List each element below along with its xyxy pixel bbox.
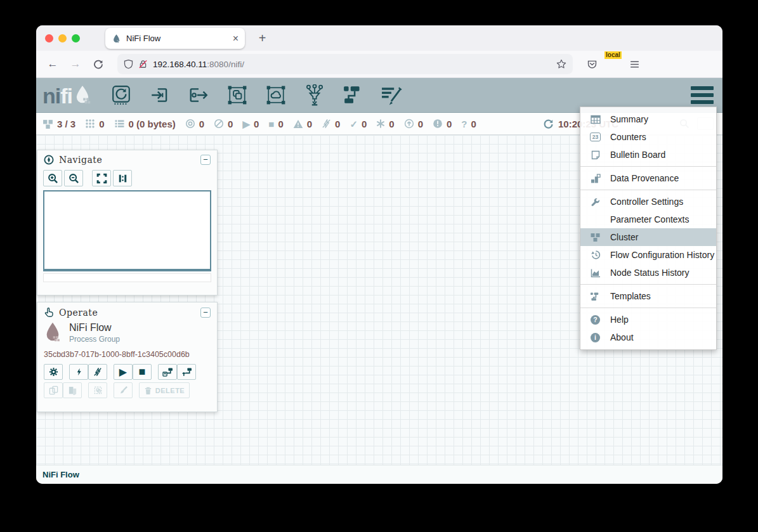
start-button[interactable]: ▶ [114,364,133,380]
breadcrumb-root[interactable]: NiFi Flow [42,470,79,479]
menu-separator [580,308,716,308]
transmitting-icon [185,119,195,129]
url-path: :8080/nifi/ [207,60,244,69]
stale-status: 0 [404,119,423,129]
template-icon[interactable] [343,84,364,106]
menu-item-parameter-contexts[interactable]: Parameter Contexts [580,211,716,228]
menu-item-templates[interactable]: Templates [580,287,716,305]
browser-tab[interactable]: NiFi Flow × [105,28,245,49]
minimize-window-button[interactable] [58,34,67,42]
new-tab-button[interactable]: + [252,28,273,49]
birdseye-minimap[interactable] [43,190,211,271]
label-icon[interactable] [381,84,403,106]
transmitting-status: 0 [185,119,204,129]
not-transmitting-status: 0 [214,119,233,129]
menu-item-about[interactable]: i About [580,328,716,346]
output-port-icon[interactable] [188,84,209,106]
zoom-in-button[interactable] [43,170,62,186]
profile-avatar[interactable]: local [606,57,620,71]
enable-button[interactable] [69,364,88,380]
check-icon: ✓ [350,119,358,129]
close-window-button[interactable] [45,34,53,42]
browser-menu-icon[interactable] [629,59,640,70]
menu-item-node-status-history[interactable]: Node Status History [580,264,716,282]
upload-template-button[interactable] [177,364,196,380]
help-icon: ? [590,315,601,325]
bookmark-star-icon[interactable] [556,59,566,69]
back-button[interactable]: ← [44,55,62,73]
info-icon: i [590,333,601,342]
global-menu-button[interactable] [691,86,714,104]
sync-failure-status: ? 0 [461,119,476,129]
remote-process-group-icon[interactable] [265,84,287,106]
zoom-actual-size-button[interactable] [113,170,132,186]
zoom-window-button[interactable] [72,34,80,42]
stop-button[interactable]: ■ [133,364,152,380]
browser-titlebar: NiFi Flow × + [36,25,722,51]
url-bar[interactable]: 192.168.40.11:8080/nifi/ [117,54,573,74]
component-name: NiFi Flow [69,322,120,334]
delete-button-label: DELETE [155,387,185,394]
funnel-icon[interactable] [304,84,325,106]
question-mark-icon: ? [461,119,467,129]
menu-item-bulletin-board[interactable]: Bulletin Board [580,146,716,164]
nifi-logo-text-light: fi [60,86,72,105]
save-template-button[interactable] [158,364,177,380]
operate-buttons-row-2: DELETE [44,382,211,398]
navigate-panel-header: Navigate − [37,150,217,167]
operate-collapse-button[interactable]: − [200,308,211,318]
input-port-icon[interactable] [149,84,171,106]
profile-badge: local [604,51,622,59]
tab-favicon-nifi-drop-icon [112,34,121,43]
configure-button[interactable] [44,364,63,380]
forward-button[interactable]: → [67,55,84,73]
fill-color-brush-button[interactable] [114,382,133,398]
menu-item-cluster[interactable]: Cluster [580,228,716,246]
area-chart-icon [590,268,601,278]
threads-icon [85,119,95,129]
shield-icon[interactable] [124,59,133,69]
pocket-icon[interactable] [587,59,598,70]
navigate-collapse-button[interactable]: − [200,155,211,165]
running-play-icon: ▶ [242,119,250,129]
not-transmitting-icon [214,119,224,129]
process-group-drop-icon [44,321,62,344]
nifi-logo-text-dark: ni [42,86,60,105]
url-text[interactable]: 192.168.40.11:8080/nifi/ [153,60,551,69]
operate-panel: Operate − NiFi Flow Process Group 35cbd3… [37,302,218,412]
reload-button[interactable] [89,55,107,73]
queued-status: 0 (0 bytes) [114,119,176,129]
hand-pointer-icon [44,307,54,318]
browser-navbar: ← → 192.168.40.11:8080/nifi/ [36,51,722,78]
delete-button[interactable]: DELETE [139,382,190,398]
selected-component: NiFi Flow Process Group [44,321,211,344]
menu-item-summary[interactable]: Summary [580,110,716,128]
insecure-lock-icon[interactable] [138,59,148,69]
exclamation-circle-icon [433,119,443,129]
browser-toolbar-right: local [587,57,640,71]
menu-item-flow-configuration-history[interactable]: Flow Configuration History [580,246,716,264]
menu-item-counters[interactable]: 23 Counters [580,128,716,146]
locally-modified-and-stale-status: 0 [433,119,452,129]
operate-panel-body: NiFi Flow Process Group 35cbd3b7-017b-10… [37,320,217,398]
tab-title: NiFi Flow [126,34,228,43]
group-button[interactable] [88,382,107,398]
zoom-fit-button[interactable] [92,170,111,186]
cluster-icon [42,119,53,129]
processor-icon[interactable] [110,84,132,106]
operate-buttons-row-1: ▶ ■ [44,364,211,380]
process-group-icon[interactable] [226,84,248,106]
tab-close-icon[interactable]: × [233,33,239,44]
zoom-out-button[interactable] [64,170,83,186]
paste-button[interactable] [63,382,82,398]
component-id: 35cbd3b7-017b-1000-8bff-1c3405c00d6b [44,350,211,359]
menu-item-data-provenance[interactable]: Data Provenance [580,169,716,187]
refresh-icon[interactable] [543,119,554,129]
menu-item-help[interactable]: ? Help [580,311,716,328]
copy-button[interactable] [44,382,63,398]
menu-item-controller-settings[interactable]: Controller Settings [580,193,716,211]
locally-modified-status: 0 [376,119,394,129]
disable-button[interactable] [88,364,107,380]
browser-window: NiFi Flow × + ← → 192.168.40.11:8080/nif… [36,25,722,484]
global-menu-dropdown: Summary 23 Counters Bulletin Board Data … [580,107,717,350]
